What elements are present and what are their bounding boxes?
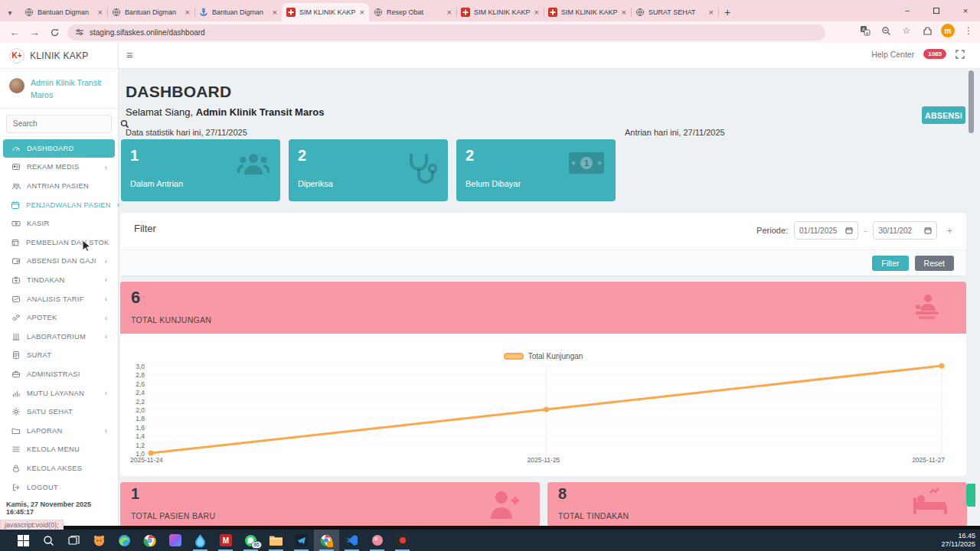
browser-tab-6[interactable]: SIM KLINIK KAKP×	[544, 3, 631, 21]
bookmark-star-icon[interactable]: ☆	[900, 24, 913, 37]
sidebar-item-apotek[interactable]: APOTEK‹	[3, 308, 115, 328]
browser-tab-5[interactable]: SIM KLINIK KAKP×	[456, 3, 544, 21]
taskbar-reddot-icon[interactable]	[390, 530, 415, 551]
sidebar-item-label: LOGOUT	[27, 484, 107, 491]
sidebar-item-mutu-layanan[interactable]: MUTU LAYANAN‹	[3, 383, 115, 403]
taskbar-pet-icon[interactable]	[87, 530, 112, 551]
maximize-button[interactable]	[922, 0, 951, 21]
taskbar-drop-icon[interactable]	[188, 530, 213, 551]
minimize-button[interactable]: −	[893, 0, 922, 21]
user-name[interactable]: Admin Klinik Transit Maros	[31, 77, 109, 102]
address-bar[interactable]: staging.sifaskes.online/dashboard	[67, 24, 825, 41]
back-icon[interactable]: ←	[5, 24, 24, 41]
periode-label: Periode:	[756, 226, 788, 235]
site-settings-icon[interactable]	[75, 28, 84, 37]
help-center-link[interactable]: Help Center	[871, 50, 914, 59]
browser-profile-avatar[interactable]: m	[941, 24, 955, 37]
sidebar-item-penjadwalan-pasien[interactable]: PENJADWALAN PASIEN‹	[3, 195, 115, 214]
page-scrollbar[interactable]	[968, 69, 975, 527]
tab-close-icon[interactable]: ×	[622, 8, 626, 17]
date-to-input[interactable]: 30/11/202	[873, 221, 937, 240]
sidebar-item-administrasi[interactable]: ADMINISTRASI	[3, 365, 115, 384]
scrollbar-thumb[interactable]	[969, 70, 974, 133]
browser-tab-1[interactable]: Bantuan Digman×	[107, 3, 194, 21]
taskbar-vscode-icon[interactable]	[339, 530, 364, 551]
notification-badge[interactable]: 1085	[923, 49, 946, 59]
hamburger-icon[interactable]: ≡	[126, 48, 133, 61]
sidebar-search-input[interactable]	[7, 119, 120, 128]
tab-close-icon[interactable]: ×	[447, 8, 452, 17]
extensions-icon[interactable]	[920, 24, 934, 37]
tab-close-icon[interactable]: ×	[709, 8, 714, 17]
sidebar-item-rekam-medis[interactable]: REKAM MEDIS‹	[3, 158, 115, 177]
sidebar-item-analisis-tarif[interactable]: ANALISIS TARIF‹	[3, 289, 115, 308]
card-total-tindakan[interactable]: 8TOTAL TINDAKAN	[547, 482, 967, 527]
card-total-pasien-baru[interactable]: 1TOTAL PASIEN BARU	[120, 482, 540, 527]
fullscreen-icon[interactable]	[956, 50, 965, 59]
taskbar: M86 16.45 27/11/2025	[0, 530, 980, 551]
taskbar-clock[interactable]: 16.45 27/11/2025	[942, 532, 975, 549]
taskbar-search-icon[interactable]	[36, 530, 61, 551]
browser-tab-4[interactable]: Resep Obat×	[369, 3, 456, 21]
sidebar-item-dashboard[interactable]: DASHBOARD	[3, 139, 115, 158]
browser-tab-0[interactable]: Bantuan Digman×	[20, 3, 107, 21]
browser-menu-icon[interactable]: ⋮	[962, 24, 975, 37]
clock-date: 27/11/2025	[942, 540, 975, 549]
taskbar-chrome-active-icon[interactable]	[314, 530, 339, 551]
sidebar-item-label: SATU SEHAT	[27, 408, 107, 416]
sidebar-item-tindakan[interactable]: TINDAKAN‹	[3, 271, 115, 290]
sidebar-item-surat[interactable]: SURAT	[3, 346, 115, 365]
taskbar-taskview-icon[interactable]	[61, 530, 87, 551]
sidebar-item-laporan[interactable]: LAPORAN‹	[3, 421, 115, 440]
browser-tab-2[interactable]: Bantuan Digman×	[194, 3, 282, 21]
tab-close-icon[interactable]: ×	[273, 8, 277, 17]
taskbar-start-icon[interactable]	[11, 530, 36, 551]
line-chart[interactable]	[147, 366, 946, 453]
close-button[interactable]: ×	[951, 0, 980, 21]
sidebar-item-kasir[interactable]: KASIR	[3, 214, 115, 233]
sidebar-item-label: SURAT	[27, 351, 107, 359]
stat-card-dalam-antrian[interactable]: 1Dalam Antrian	[121, 139, 280, 201]
browser-tab-7[interactable]: SURAT SEHAT×	[631, 3, 718, 21]
tab-close-icon[interactable]: ×	[185, 8, 190, 17]
add-filter-icon[interactable]: +	[946, 225, 952, 236]
stat-card-diperiksa[interactable]: 2Diperiksa	[289, 139, 448, 201]
browser-tab-3[interactable]: SIM KLINIK KAKP×	[282, 3, 369, 21]
sidebar-item-kelola-akses[interactable]: KELOLA AKSES	[3, 459, 115, 478]
filter-button[interactable]: Filter	[872, 256, 908, 271]
user-row[interactable]: Admin Klinik Transit Maros	[0, 69, 118, 109]
sidebar-item-pembelian-dan-stok[interactable]: PEMBELIAN DAN STOK	[3, 233, 115, 253]
zoom-out-icon[interactable]	[879, 24, 893, 37]
taskbar-pinkapp-icon[interactable]	[364, 530, 390, 551]
date-from-input[interactable]: 01/11/2025	[794, 221, 858, 240]
reload-icon[interactable]	[44, 24, 64, 41]
taskbar-edge-icon[interactable]	[112, 530, 137, 551]
translate-icon[interactable]: Aa	[858, 24, 872, 37]
card-label: TOTAL PASIEN BARU	[131, 511, 215, 520]
taskbar-mapp-icon[interactable]: M	[213, 530, 238, 551]
taskbar-photos-icon[interactable]	[162, 530, 188, 551]
sidebar-item-antrian-pasien[interactable]: ANTRIAN PASIEN	[3, 177, 115, 196]
absensi-button[interactable]: ABSENSI	[922, 106, 965, 124]
sidebar-item-absensi-dan-gaji[interactable]: ABSENSI DAN GAJI‹	[3, 252, 115, 271]
search-icon[interactable]	[120, 119, 129, 129]
sidebar-item-satu-sehat[interactable]: SATU SEHAT	[3, 403, 115, 422]
taskbar-telegram-icon[interactable]	[289, 530, 314, 551]
taskbar-chrome-icon[interactable]	[137, 530, 162, 551]
tab-close-icon[interactable]: ×	[98, 8, 103, 17]
sidebar-item-laboratorium[interactable]: LABORATORIUM‹	[3, 327, 115, 346]
sidebar-item-kelola-menu[interactable]: KELOLA MENU	[3, 440, 115, 459]
tab-search-chevron-icon[interactable]: ▾	[0, 3, 20, 21]
stat-card-belum-dibayar[interactable]: 2Belum Dibayar1	[456, 139, 616, 201]
tab-close-icon[interactable]: ×	[534, 8, 539, 17]
url-text[interactable]: staging.sifaskes.online/dashboard	[90, 28, 205, 37]
date-range-separator: -	[864, 227, 867, 235]
taskbar-whatsapp-icon[interactable]: 86	[238, 530, 263, 551]
new-tab-button[interactable]: +	[718, 3, 737, 21]
forward-icon[interactable]: →	[24, 24, 44, 41]
sidebar-item-logout[interactable]: LOGOUT	[3, 478, 115, 497]
tab-close-icon[interactable]: ×	[360, 8, 364, 17]
chart-legend[interactable]: Total Kunjungan	[120, 352, 966, 360]
reset-button[interactable]: Reset	[915, 256, 954, 271]
taskbar-explorer-icon[interactable]	[263, 530, 289, 551]
